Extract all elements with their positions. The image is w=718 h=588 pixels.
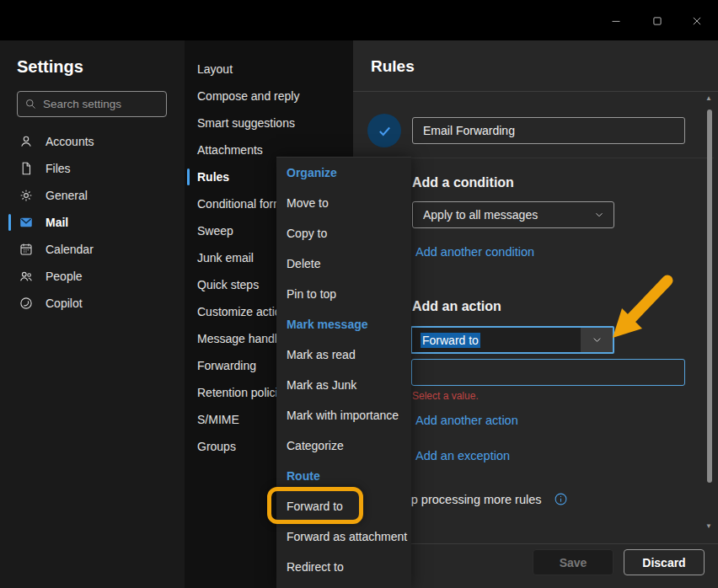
close-icon (689, 13, 705, 29)
chevron-down-icon (591, 334, 603, 346)
condition-select[interactable]: Apply to all messages (412, 201, 614, 228)
scrollbar-thumb[interactable] (707, 110, 712, 483)
sidebar-item-label: Files (46, 162, 71, 175)
validation-error: Select a value. (412, 390, 479, 402)
menu-item-mark-as-read[interactable]: Mark as read (276, 339, 411, 370)
settings-nav-item-smart-suggestions[interactable]: Smart suggestions (185, 110, 353, 136)
menu-item-copy-to[interactable]: Copy to (276, 218, 411, 249)
condition-select-value: Apply to all messages (423, 208, 538, 222)
action-select[interactable]: Forward to (410, 326, 614, 354)
check-icon (376, 122, 394, 140)
maximize-icon (650, 13, 665, 29)
action-value-input[interactable] (411, 359, 685, 386)
rule-name-input[interactable] (412, 117, 685, 144)
sidebar-nav: AccountsFilesGeneralMailCalendarPeopleCo… (0, 128, 185, 317)
settings-nav-item-compose-and-reply[interactable]: Compose and reply (185, 83, 353, 110)
file-icon (19, 161, 34, 176)
sidebar-item-people[interactable]: People (0, 263, 185, 290)
menu-header-mark-message: Mark message (276, 309, 411, 339)
settings-window: Settings AccountsFilesGeneralMailCalenda… (0, 0, 718, 588)
action-select-value: Forward to (412, 334, 480, 347)
action-heading: Add an action (412, 299, 501, 314)
maximize-button[interactable] (638, 8, 677, 34)
settings-nav-item-layout[interactable]: Layout (185, 56, 353, 83)
stop-processing-label: Stop processing more rules (393, 493, 542, 506)
sidebar-item-general[interactable]: General (0, 182, 185, 209)
sidebar-item-calendar[interactable]: Calendar (0, 236, 185, 263)
menu-item-move-to[interactable]: Move to (276, 188, 411, 218)
sidebar-item-copilot[interactable]: Copilot (0, 290, 185, 317)
sidebar-item-files[interactable]: Files (0, 155, 185, 182)
sidebar-item-label: Copilot (46, 297, 83, 310)
discard-button[interactable]: Discard (624, 549, 705, 575)
person-icon (19, 134, 34, 149)
calendar-icon (19, 242, 34, 257)
search-icon (24, 98, 37, 110)
menu-item-forward-as-attachment[interactable]: Forward as attachment (276, 521, 411, 552)
menu-item-pin-to-top[interactable]: Pin to top (276, 279, 411, 309)
condition-heading: Add a condition (412, 175, 514, 190)
chevron-down-icon (593, 209, 605, 221)
mail-icon (19, 215, 34, 230)
settings-title: Settings (17, 57, 83, 77)
copilot-icon (19, 296, 34, 311)
menu-item-mark-with-importance[interactable]: Mark with importance (276, 400, 411, 430)
sidebar-item-label: Calendar (46, 243, 94, 256)
sidebar-item-label: Accounts (46, 135, 94, 148)
section-divider (368, 158, 714, 158)
add-exception-link[interactable]: Add an exception (415, 449, 510, 462)
sidebar-item-label: Mail (46, 216, 68, 229)
scrollbar-down-arrow[interactable]: ▼ (705, 523, 713, 530)
scrollbar-up-arrow[interactable]: ▲ (705, 95, 713, 102)
save-button[interactable]: Save (533, 549, 614, 575)
add-another-condition-link[interactable]: Add another condition (415, 245, 534, 259)
menu-item-redirect-to[interactable]: Redirect to (276, 552, 411, 582)
menu-item-delete[interactable]: Delete (276, 249, 411, 279)
sidebar-item-mail[interactable]: Mail (0, 209, 185, 236)
menu-item-mark-as-junk[interactable]: Mark as Junk (276, 370, 411, 400)
action-select-chevron[interactable] (581, 328, 613, 352)
info-icon[interactable] (554, 492, 568, 506)
menu-item-categorize[interactable]: Categorize (276, 430, 411, 461)
add-another-action-link[interactable]: Add another action (415, 414, 518, 427)
menu-header-organize: Organize (276, 158, 411, 188)
close-button[interactable] (678, 8, 716, 34)
sidebar-item-accounts[interactable]: Accounts (0, 128, 185, 155)
menu-header-route: Route (276, 461, 411, 491)
gear-icon (19, 188, 34, 203)
search-settings-box[interactable] (17, 91, 167, 117)
stop-processing-row: Stop processing more rules (393, 492, 568, 506)
menu-item-forward-to[interactable]: Forward to (276, 491, 411, 521)
page-title: Rules (371, 57, 415, 76)
header-divider (353, 91, 718, 92)
rule-enabled-toggle[interactable] (367, 114, 401, 147)
titlebar (0, 0, 718, 40)
minimize-icon (608, 13, 624, 29)
sidebar-item-label: People (46, 270, 83, 283)
people-icon (19, 269, 34, 284)
search-input[interactable] (43, 98, 159, 110)
minimize-button[interactable] (597, 8, 635, 34)
sidebar-item-label: General (46, 189, 88, 202)
settings-sidebar: Settings AccountsFilesGeneralMailCalenda… (0, 40, 185, 588)
action-flyout-menu: OrganizeMove toCopy toDeletePin to topMa… (276, 157, 411, 588)
